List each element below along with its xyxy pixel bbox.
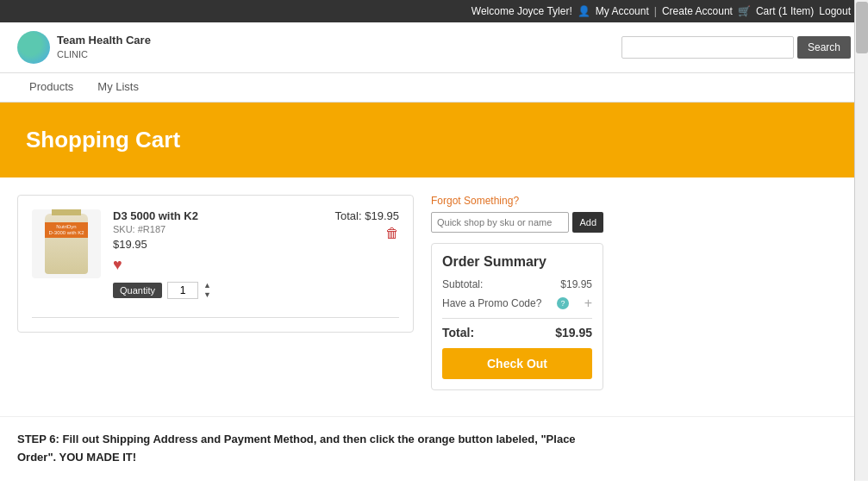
- promo-label: Have a Promo Code?: [442, 297, 541, 309]
- product-bottle-label: NutriDynD-3000 with K2: [45, 222, 88, 238]
- product-name: D3 5000 with K2: [113, 209, 323, 222]
- top-bar: Welcome Joyce Tyler! 👤 My Account | Crea…: [0, 0, 868, 22]
- nav: Products My Lists: [0, 73, 868, 103]
- qty-up-icon[interactable]: ▲: [203, 281, 211, 290]
- welcome-text: Welcome Joyce Tyler!: [471, 5, 572, 17]
- logo-text: Team Health Care CLINIC: [57, 34, 151, 60]
- brand-sub: CLINIC: [57, 48, 151, 60]
- header: Team Health Care CLINIC Search: [0, 22, 868, 73]
- add-button[interactable]: Add: [572, 212, 603, 233]
- page-title: Shopping Cart: [26, 127, 842, 153]
- promo-info-icon[interactable]: ?: [557, 297, 569, 309]
- product-price: $19.95: [113, 238, 323, 251]
- checkout-button[interactable]: Check Out: [442, 348, 592, 379]
- subtotal-label: Subtotal:: [442, 278, 483, 290]
- step-text: STEP 6: Fill out Shipping Address and Pa…: [0, 416, 868, 481]
- logout-link[interactable]: Logout: [819, 5, 851, 17]
- cart-link[interactable]: Cart (1 Item): [756, 5, 814, 17]
- main-content: NutriDynD-3000 with K2 D3 5000 with K2 S…: [0, 177, 621, 408]
- add-item-input[interactable]: [431, 212, 569, 233]
- cart-divider: [32, 317, 399, 318]
- total-label: Total:: [442, 326, 474, 339]
- quantity-arrows[interactable]: ▲ ▼: [203, 281, 211, 300]
- search-area: Search: [621, 36, 851, 59]
- right-panel: Forgot Something? Add Order Summary Subt…: [431, 195, 603, 390]
- page-wrapper: Welcome Joyce Tyler! 👤 My Account | Crea…: [0, 0, 868, 481]
- search-button[interactable]: Search: [797, 36, 851, 59]
- order-summary-title: Order Summary: [442, 254, 592, 270]
- cart-card: NutriDynD-3000 with K2 D3 5000 with K2 S…: [17, 195, 414, 333]
- promo-expand-icon[interactable]: +: [584, 296, 592, 311]
- logo-area: Team Health Care CLINIC: [17, 31, 151, 64]
- nav-my-lists[interactable]: My Lists: [85, 73, 151, 102]
- nav-products[interactable]: Products: [17, 73, 85, 102]
- qty-down-icon[interactable]: ▼: [203, 290, 211, 300]
- delete-icon[interactable]: 🗑: [385, 226, 399, 241]
- product-total: Total: $19.95: [335, 209, 399, 222]
- add-row: Add: [431, 212, 603, 233]
- product-details: D3 5000 with K2 SKU: #R187 $19.95 ♥ Quan…: [113, 209, 323, 300]
- quantity-label: Quantity: [113, 283, 162, 298]
- scrollbar-thumb[interactable]: [856, 2, 868, 53]
- cart-section: NutriDynD-3000 with K2 D3 5000 with K2 S…: [17, 195, 414, 390]
- promo-row: Have a Promo Code? ? +: [442, 296, 592, 311]
- step-line2: Order". YOU MADE IT!: [17, 451, 136, 464]
- cart-item-row: NutriDynD-3000 with K2 D3 5000 with K2 S…: [32, 209, 399, 300]
- order-total-row: Total: $19.95: [442, 318, 592, 339]
- scrollbar[interactable]: [854, 0, 868, 481]
- my-account-link[interactable]: My Account: [596, 5, 649, 17]
- brand-name: Team Health Care: [57, 34, 151, 48]
- hero-banner: Shopping Cart: [0, 103, 868, 177]
- quantity-row: Quantity ▲ ▼: [113, 281, 323, 300]
- forgot-label: Forgot Something?: [431, 195, 603, 207]
- product-total-value: $19.95: [365, 209, 399, 222]
- user-icon: 👤: [578, 5, 590, 17]
- search-input[interactable]: [621, 36, 794, 59]
- logo-icon: [17, 31, 50, 64]
- product-sku: SKU: #R187: [113, 224, 323, 234]
- item-total-area: Total: $19.95 🗑: [335, 209, 399, 241]
- subtotal-row: Subtotal: $19.95: [442, 278, 592, 290]
- step-line1: STEP 6: Fill out Shipping Address and Pa…: [17, 433, 576, 445]
- subtotal-value: $19.95: [560, 278, 592, 290]
- wishlist-icon[interactable]: ♥: [113, 256, 323, 274]
- order-summary: Order Summary Subtotal: $19.95 Have a Pr…: [431, 243, 603, 390]
- product-image: NutriDynD-3000 with K2: [32, 209, 101, 278]
- quantity-input[interactable]: [167, 282, 198, 299]
- product-bottle: NutriDynD-3000 with K2: [45, 214, 88, 274]
- create-account-link[interactable]: Create Account: [662, 5, 733, 17]
- total-value: $19.95: [555, 326, 592, 339]
